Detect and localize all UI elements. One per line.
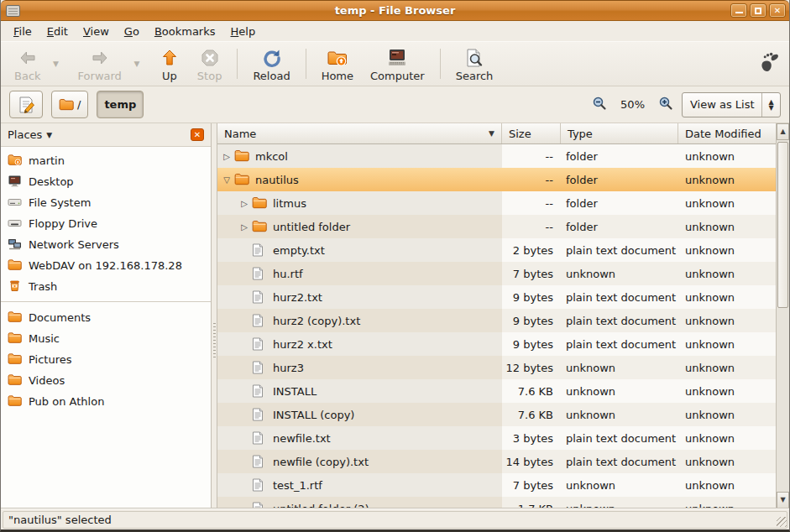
sidebar-title: Places bbox=[8, 128, 42, 141]
zoom-out-button[interactable] bbox=[592, 96, 607, 113]
back-history-dropdown[interactable]: ▼ bbox=[50, 44, 63, 84]
table-row-untitled-folder-2-[interactable]: untitled folder (2) 1.7 KB unknown unkno… bbox=[217, 497, 776, 509]
column-header-date-modified[interactable]: Date Modified bbox=[678, 123, 776, 143]
table-row-test-1-rtf[interactable]: test_1.rtf 7 bytes unknown unknown bbox=[217, 473, 776, 497]
sidebar-item-martin[interactable]: martin bbox=[1, 150, 211, 171]
maximize-button[interactable] bbox=[750, 3, 766, 18]
file-date-modified: unknown bbox=[678, 262, 776, 285]
table-row-hurz2-x-txt[interactable]: hurz2 x.txt 9 bytes plain text document … bbox=[217, 332, 776, 356]
column-headers: Name ▼ Size Type Date Modified bbox=[217, 123, 776, 144]
forward-button[interactable]: Forward bbox=[70, 44, 130, 84]
sidebar-item-pictures[interactable]: Pictures bbox=[1, 349, 211, 370]
root-path-button[interactable]: / bbox=[51, 91, 88, 118]
folder-icon bbox=[8, 352, 22, 367]
scrollbar-trough[interactable] bbox=[777, 140, 789, 492]
sidebar-item-music[interactable]: Music bbox=[1, 328, 211, 349]
sidebar-item-webdav-on-192-168-178-28[interactable]: WebDAV on 192.168.178.28 bbox=[1, 255, 211, 276]
scrollbar-thumb[interactable] bbox=[777, 142, 788, 308]
places-sidebar: Places ▼ ✕ martin Desktop File System Fl… bbox=[1, 123, 211, 509]
table-row-untitled-folder[interactable]: ▷ untitled folder -- folder unknown bbox=[217, 215, 776, 238]
reload-button[interactable]: Reload bbox=[244, 44, 298, 84]
column-header-type[interactable]: Type bbox=[561, 123, 678, 143]
file-name: untitled folder bbox=[273, 221, 350, 233]
expander-icon[interactable]: ▷ bbox=[238, 222, 250, 232]
chevron-down-icon: ▼ bbox=[46, 131, 52, 139]
file-icon bbox=[252, 243, 267, 257]
vertical-scrollbar[interactable]: ▲ ▼ bbox=[776, 123, 789, 509]
search-button[interactable]: Search bbox=[447, 44, 502, 84]
table-row-newfile-txt[interactable]: newfile.txt 3 bytes plain text document … bbox=[217, 426, 776, 450]
folder-icon bbox=[252, 196, 267, 210]
edit-location-button[interactable] bbox=[9, 91, 43, 118]
scroll-down-button[interactable]: ▼ bbox=[777, 492, 789, 509]
file-name: litmus bbox=[273, 197, 306, 210]
menu-go[interactable]: Go bbox=[117, 23, 147, 39]
sidebar-item-desktop[interactable]: Desktop bbox=[1, 171, 211, 192]
table-row-hu-rtf[interactable]: hu.rtf 7 bytes unknown unknown bbox=[217, 262, 776, 285]
home-button[interactable]: Home bbox=[313, 44, 362, 84]
column-header-name[interactable]: Name ▼ bbox=[217, 123, 502, 143]
close-button[interactable]: ✕ bbox=[769, 3, 786, 18]
file-date-modified: unknown bbox=[678, 191, 776, 215]
file-size: 14 bytes bbox=[502, 450, 561, 473]
folder-icon bbox=[8, 373, 22, 388]
table-row-empty-txt[interactable]: empty.txt 2 bytes plain text document un… bbox=[217, 238, 776, 262]
view-mode-select[interactable]: View as List ▲▼ bbox=[682, 92, 781, 117]
current-folder-button[interactable]: temp bbox=[97, 91, 144, 118]
forward-history-dropdown[interactable]: ▼ bbox=[130, 44, 144, 84]
sidebar-item-network-servers[interactable]: Network Servers bbox=[1, 234, 211, 255]
sidebar-item-label: Videos bbox=[29, 374, 65, 387]
table-row-hurz3[interactable]: hurz3 12 bytes unknown unknown bbox=[217, 356, 776, 379]
menu-help[interactable]: Help bbox=[223, 23, 264, 39]
file-name: hurz2.txt bbox=[273, 291, 322, 304]
menu-file[interactable]: File bbox=[6, 23, 39, 39]
toolbar-separator bbox=[440, 49, 441, 79]
menu-view[interactable]: View bbox=[76, 23, 117, 39]
file-size: 9 bytes bbox=[502, 332, 561, 356]
computer-icon bbox=[386, 46, 408, 68]
table-row-newfile-copy-txt[interactable]: newfile (copy).txt 14 bytes plain text d… bbox=[217, 450, 776, 473]
table-row-install-copy-[interactable]: INSTALL (copy) 7.6 KB unknown unknown bbox=[217, 403, 776, 426]
table-row-hurz2-copy-txt[interactable]: hurz2 (copy).txt 9 bytes plain text docu… bbox=[217, 309, 776, 332]
table-row-mkcol[interactable]: ▷ mkcol -- folder unknown bbox=[217, 144, 776, 168]
window-title: temp - File Browser bbox=[1, 4, 789, 17]
window-resize-grip[interactable] bbox=[777, 517, 787, 527]
sidebar-item-file-system[interactable]: File System bbox=[1, 192, 211, 213]
scroll-up-button[interactable]: ▲ bbox=[777, 123, 789, 140]
up-button[interactable]: Up bbox=[150, 44, 189, 84]
minimize-button[interactable] bbox=[730, 3, 747, 18]
expander-icon[interactable]: ▷ bbox=[238, 199, 250, 208]
table-row-nautilus[interactable]: ▽ nautilus -- folder unknown bbox=[217, 168, 776, 191]
menu-bookmarks[interactable]: Bookmarks bbox=[147, 23, 223, 39]
spinner-arrows-icon: ▲▼ bbox=[761, 93, 780, 117]
file-icon bbox=[252, 502, 267, 509]
table-row-install[interactable]: INSTALL 7.6 KB unknown unknown bbox=[217, 379, 776, 403]
sidebar-item-documents[interactable]: Documents bbox=[1, 307, 211, 328]
desktop-icon bbox=[8, 175, 22, 189]
sidebar-item-trash[interactable]: Trash bbox=[1, 276, 211, 297]
file-type: folder bbox=[561, 191, 678, 215]
sidebar-item-floppy-drive[interactable]: Floppy Drive bbox=[1, 213, 211, 234]
table-row-litmus[interactable]: ▷ litmus -- folder unknown bbox=[217, 191, 776, 215]
expander-icon[interactable]: ▽ bbox=[221, 175, 233, 185]
sidebar-item-label: Pub on Athlon bbox=[29, 395, 104, 408]
sidebar-close-button[interactable]: ✕ bbox=[191, 128, 204, 141]
file-icon bbox=[252, 455, 267, 468]
expander-icon[interactable]: ▷ bbox=[221, 152, 233, 161]
file-type: plain text document bbox=[561, 238, 678, 262]
back-button[interactable]: Back bbox=[6, 44, 50, 84]
table-row-hurz2-txt[interactable]: hurz2.txt 9 bytes plain text document un… bbox=[217, 285, 776, 309]
stop-button[interactable]: Stop bbox=[189, 44, 231, 84]
pane-splitter[interactable] bbox=[211, 123, 217, 509]
title-bar[interactable]: temp - File Browser ✕ bbox=[1, 0, 789, 21]
column-header-size[interactable]: Size bbox=[502, 123, 561, 143]
file-icon bbox=[252, 290, 267, 304]
menu-edit[interactable]: Edit bbox=[39, 23, 76, 39]
network-icon bbox=[8, 237, 22, 252]
sidebar-item-videos[interactable]: Videos bbox=[1, 370, 211, 391]
zoom-in-button[interactable] bbox=[658, 96, 673, 113]
sidebar-panel-selector[interactable]: Places ▼ ✕ bbox=[1, 123, 211, 147]
computer-button[interactable]: Computer bbox=[362, 44, 433, 84]
sidebar-item-pub-on-athlon[interactable]: Pub on Athlon bbox=[1, 391, 211, 412]
file-size: 7 bytes bbox=[502, 262, 561, 285]
